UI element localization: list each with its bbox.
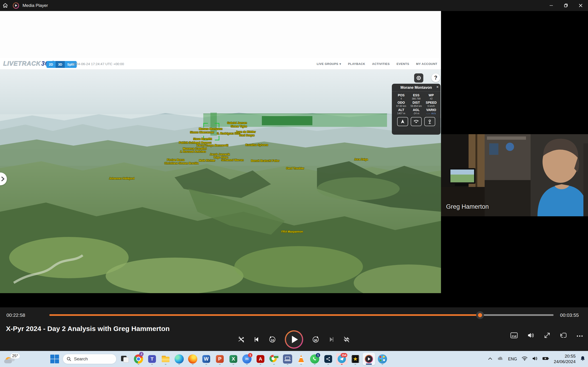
volume-tray-icon[interactable] bbox=[532, 356, 538, 362]
taskbar-screen-share[interactable] bbox=[269, 352, 279, 365]
taskbar-chrome[interactable]: J bbox=[133, 352, 144, 365]
pilot-label[interactable]: Raul Duque bbox=[239, 134, 255, 137]
pilot-label[interactable]: Florian Borza bbox=[167, 158, 185, 161]
tray-date: 24/06/2024 bbox=[554, 359, 576, 365]
pilot-label[interactable]: Johannes Hallejord bbox=[109, 177, 135, 180]
taskbar-task-view[interactable] bbox=[120, 352, 130, 365]
pilot-view-button[interactable] bbox=[411, 117, 422, 126]
pilot-label[interactable]: Christiane Stream Brazilia bbox=[164, 162, 199, 165]
menu-events[interactable]: EVENTS bbox=[397, 62, 409, 66]
view-mode-2d[interactable]: 2D bbox=[46, 61, 56, 68]
forward-30-button[interactable]: 30 bbox=[312, 336, 319, 343]
taskbar-firefox[interactable] bbox=[188, 352, 198, 365]
pilot-label[interactable]: FRA Maxpannon bbox=[281, 230, 303, 233]
more-options-button[interactable] bbox=[577, 334, 583, 338]
acrobat-icon: A bbox=[257, 355, 264, 363]
volume-button[interactable] bbox=[527, 332, 534, 339]
pilot-label[interactable]: Morane Montavon bbox=[199, 127, 223, 131]
next-track-button[interactable] bbox=[328, 336, 334, 343]
menu-live-groups[interactable]: LIVE GROUPS bbox=[317, 62, 341, 66]
taskbar-mail[interactable]: ✉ 1 bbox=[242, 352, 252, 365]
pilot-label[interactable]: Aaron Coupe Bassanelli bbox=[197, 144, 228, 147]
shuffle-off-button[interactable] bbox=[238, 336, 245, 343]
media-title: X-Pyr 2024 - Day 2 Analysis with Greg Ha… bbox=[6, 325, 170, 333]
pilot-pin-icon bbox=[427, 119, 432, 124]
pilot-label[interactable]: Kovaltse Sylvene bbox=[246, 143, 268, 147]
help-button[interactable]: ? bbox=[431, 73, 440, 82]
pilot-stats: POS4ESS380.799WP#2ODO97.60 kmDIST59.854 … bbox=[392, 92, 441, 116]
weather-widget[interactable]: 25° bbox=[4, 353, 22, 365]
pilot-label[interactable]: Schamml Warren bbox=[221, 158, 244, 162]
menu-my-account[interactable]: MY ACCOUNT bbox=[416, 62, 437, 66]
pilot-label[interactable]: Maxence Cavallini bbox=[183, 147, 207, 150]
pilot-label[interactable]: Juan de Ridder bbox=[236, 130, 256, 133]
rewind-10-button[interactable]: 10 bbox=[269, 336, 276, 343]
wifi-tray-icon[interactable] bbox=[522, 356, 527, 362]
pilot-label[interactable]: Gerd Traubler bbox=[286, 167, 304, 170]
battery-tray-icon[interactable] bbox=[542, 357, 549, 361]
taskbar-file-explorer[interactable] bbox=[161, 352, 171, 365]
pilot-label[interactable]: Simon Oberrauner bbox=[190, 131, 214, 134]
start-button[interactable] bbox=[50, 354, 59, 364]
seek-thumb[interactable] bbox=[476, 311, 484, 319]
taskbar-security-app[interactable] bbox=[283, 352, 293, 365]
taskbar-powerpoint[interactable]: P bbox=[215, 352, 225, 365]
follow-pilot-button[interactable] bbox=[397, 117, 408, 126]
menu-playback[interactable]: PLAYBACK bbox=[348, 62, 365, 66]
elapsed-time: 00:22:58 bbox=[6, 312, 25, 318]
track-pilot-button[interactable] bbox=[424, 117, 435, 126]
captions-button[interactable] bbox=[510, 332, 518, 339]
pilot-label[interactable]: Maik Richter bbox=[199, 159, 215, 162]
panel-close-button[interactable]: × bbox=[436, 85, 439, 89]
excel-icon: X bbox=[229, 355, 237, 363]
seek-bar[interactable] bbox=[49, 314, 553, 316]
minimize-button[interactable] bbox=[544, 0, 559, 11]
taskbar-media-player[interactable] bbox=[364, 352, 374, 365]
pilot-label[interactable]: J. Roussel Amiches bbox=[180, 150, 206, 153]
language-indicator[interactable]: ENG bbox=[508, 357, 517, 361]
powerpoint-icon: P bbox=[216, 355, 224, 363]
edge-icon bbox=[174, 354, 184, 364]
close-button[interactable] bbox=[573, 0, 588, 11]
recenter-target-button[interactable] bbox=[414, 73, 423, 83]
screen: Media Player LIVETRACK360 2D3DSplit 2024… bbox=[0, 0, 588, 367]
restore-button[interactable] bbox=[559, 0, 573, 11]
mini-player-button[interactable] bbox=[560, 332, 567, 340]
taskbar-acrobat[interactable]: A bbox=[255, 352, 266, 365]
clock[interactable]: 20:55 24/06/2024 bbox=[554, 353, 576, 365]
taskbar-whatsapp[interactable]: 1 bbox=[310, 352, 320, 365]
taskbar-excel[interactable]: X bbox=[228, 352, 238, 365]
titlebar: Media Player bbox=[0, 0, 588, 11]
taskbar-telegram[interactable]: 154 bbox=[337, 352, 347, 365]
tray-overflow-button[interactable] bbox=[488, 357, 493, 361]
chrome-profile-badge: J bbox=[139, 352, 144, 356]
pilot-label[interactable]: Shane Tighe bbox=[231, 125, 247, 128]
pilot-label[interactable]: Jura Zeiga bbox=[354, 158, 368, 161]
taskbar-word[interactable]: W bbox=[201, 352, 211, 365]
search-box[interactable]: Search bbox=[63, 354, 116, 364]
more-icon bbox=[577, 335, 583, 337]
menu-activities[interactable]: ACTIVITIES bbox=[372, 62, 390, 66]
onedrive-tray-icon[interactable] bbox=[497, 356, 503, 362]
video-area[interactable]: LIVETRACK360 2D3DSplit 2024-06-24 17:24:… bbox=[0, 11, 588, 307]
taskbar-edge[interactable] bbox=[174, 352, 184, 365]
pilot-label[interactable]: Gabriel Jansen bbox=[227, 121, 247, 125]
map-3d-view[interactable]: Gabriel JansenShane TigheMorane Montavon… bbox=[0, 69, 441, 293]
pilot-label[interactable]: Benoit Bratschi Feller bbox=[251, 159, 279, 162]
previous-track-button[interactable] bbox=[254, 336, 260, 343]
fullscreen-button[interactable] bbox=[544, 332, 550, 340]
pilot-label[interactable]: Steve Bramfitt bbox=[193, 137, 212, 141]
taskbar-vlc[interactable] bbox=[296, 352, 306, 365]
view-mode-3d[interactable]: 3D bbox=[56, 61, 65, 68]
stat-dist: DIST59.854 km bbox=[409, 101, 424, 107]
pilot-label[interactable]: Jacob Jannerik bbox=[210, 153, 230, 156]
taskbar-teams[interactable]: T bbox=[147, 352, 157, 365]
notifications-button[interactable] bbox=[580, 356, 585, 362]
taskbar-share-app[interactable] bbox=[323, 352, 333, 365]
play-button[interactable] bbox=[285, 330, 303, 349]
taskbar-movie-app[interactable]: ★ bbox=[350, 352, 360, 365]
taskbar-paint[interactable] bbox=[377, 352, 388, 365]
home-button[interactable] bbox=[0, 0, 10, 11]
target-icon bbox=[417, 76, 421, 80]
repeat-off-button[interactable] bbox=[343, 336, 350, 343]
